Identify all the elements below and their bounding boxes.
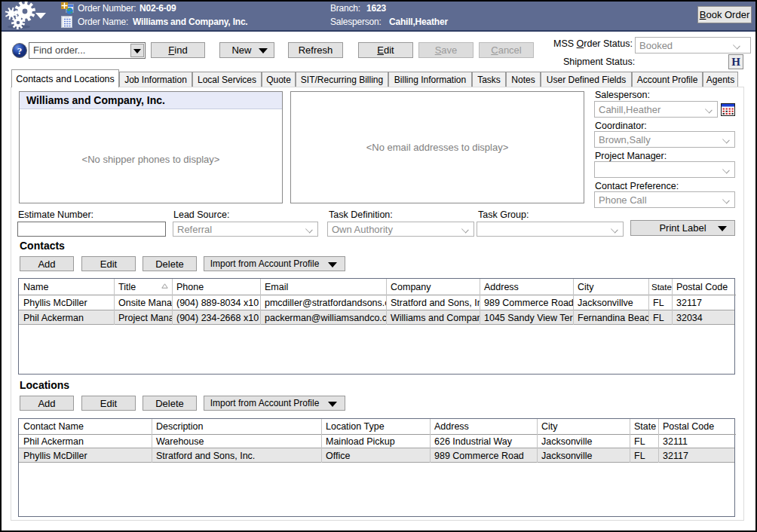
svg-text:?: ? [17,45,23,57]
